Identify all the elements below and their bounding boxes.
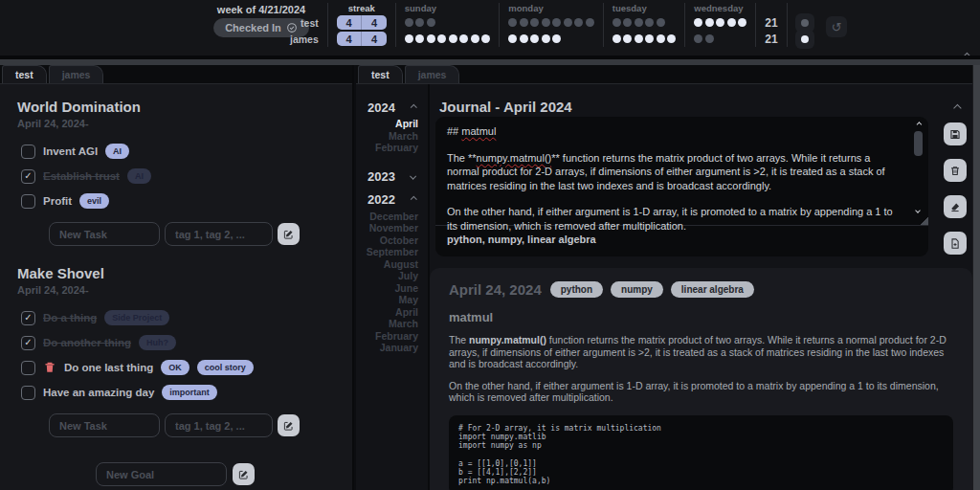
habit-dot[interactable] bbox=[635, 18, 643, 27]
month-item-march[interactable]: March bbox=[356, 130, 418, 143]
new-entry-button[interactable] bbox=[944, 232, 967, 255]
month-item-october[interactable]: October bbox=[356, 234, 418, 247]
entry-tag-chip[interactable]: linear algebra bbox=[671, 281, 754, 298]
month-item-november[interactable]: November bbox=[356, 222, 418, 234]
habit-dot[interactable] bbox=[530, 34, 539, 43]
month-item-december[interactable]: December bbox=[356, 211, 418, 223]
journal-tab-james[interactable]: james bbox=[405, 65, 460, 83]
habit-dot[interactable] bbox=[437, 34, 446, 43]
habit-dot[interactable] bbox=[405, 34, 413, 43]
task-tag-chip[interactable]: important bbox=[162, 385, 217, 400]
habit-dot[interactable] bbox=[542, 18, 550, 27]
new-task-input[interactable] bbox=[49, 413, 160, 437]
habit-dot[interactable] bbox=[623, 34, 632, 43]
save-button[interactable] bbox=[944, 122, 967, 145]
month-item-august[interactable]: August bbox=[356, 258, 418, 271]
journal-collapse-button[interactable] bbox=[953, 98, 959, 115]
year-row-2024[interactable]: 2024 bbox=[356, 100, 428, 115]
month-item-june[interactable]: June bbox=[356, 282, 418, 295]
month-item-march[interactable]: March bbox=[356, 318, 418, 330]
scroll-up-icon[interactable] bbox=[917, 122, 923, 127]
habit-dot[interactable] bbox=[481, 34, 490, 43]
scroll-thumb[interactable] bbox=[914, 131, 923, 156]
new-task-input[interactable] bbox=[49, 222, 160, 246]
habit-dot[interactable] bbox=[552, 18, 561, 27]
month-item-february[interactable]: February bbox=[356, 142, 418, 154]
page-scrollbar[interactable] bbox=[972, 65, 980, 490]
habit-dot[interactable] bbox=[405, 18, 413, 27]
month-item-april[interactable]: April bbox=[356, 306, 418, 319]
task-checkbox[interactable] bbox=[21, 386, 35, 400]
habit-dot[interactable] bbox=[508, 34, 517, 43]
add-task-button[interactable] bbox=[278, 414, 300, 436]
new-task-tags-input[interactable] bbox=[165, 413, 273, 437]
task-checkbox[interactable] bbox=[21, 194, 35, 209]
task-checkbox[interactable]: ✓ bbox=[21, 169, 35, 184]
new-task-tags-input[interactable] bbox=[165, 222, 273, 246]
toggle-james-button[interactable] bbox=[795, 30, 814, 49]
month-item-february[interactable]: February bbox=[356, 330, 418, 343]
habit-dot[interactable] bbox=[415, 18, 424, 27]
habit-dot[interactable] bbox=[415, 34, 424, 43]
habit-dot[interactable] bbox=[471, 34, 479, 43]
habit-dot[interactable] bbox=[623, 18, 632, 27]
task-tag-chip[interactable]: Huh? bbox=[139, 335, 176, 350]
year-row-2022[interactable]: 2022 bbox=[356, 192, 428, 208]
habit-dot[interactable] bbox=[667, 34, 676, 43]
scroll-down-icon[interactable] bbox=[915, 208, 921, 213]
task-checkbox[interactable] bbox=[21, 361, 35, 375]
habit-dot[interactable] bbox=[520, 18, 528, 27]
task-checkbox[interactable] bbox=[21, 145, 35, 159]
task-tag-chip[interactable]: evil bbox=[79, 193, 109, 209]
task-tag-chip[interactable]: AI bbox=[127, 168, 151, 184]
editor-textarea[interactable]: ## matmul The **numpy.matmul()** functio… bbox=[435, 117, 928, 225]
habit-dot[interactable] bbox=[716, 18, 724, 27]
task-tag-chip[interactable]: Side Project bbox=[104, 310, 169, 325]
habit-dot[interactable] bbox=[520, 34, 528, 43]
task-tag-chip[interactable]: OK bbox=[161, 360, 189, 375]
year-row-2023[interactable]: 2023 bbox=[356, 169, 428, 185]
add-goal-button[interactable] bbox=[233, 463, 255, 485]
habit-dot[interactable] bbox=[530, 18, 539, 27]
task-checkbox[interactable]: ✓ bbox=[21, 311, 35, 325]
editor-scrollbar[interactable] bbox=[912, 120, 925, 222]
task-tag-chip[interactable]: AI bbox=[105, 144, 129, 159]
month-item-april[interactable]: April bbox=[356, 118, 418, 130]
habit-dot[interactable] bbox=[586, 18, 594, 27]
month-item-january[interactable]: January bbox=[356, 342, 418, 354]
clear-button[interactable] bbox=[944, 195, 967, 218]
entry-tag-chip[interactable]: python bbox=[550, 281, 603, 298]
task-checkbox[interactable]: ✓ bbox=[21, 336, 35, 350]
habit-dot[interactable] bbox=[427, 34, 435, 43]
habit-dot[interactable] bbox=[657, 18, 665, 27]
month-item-september[interactable]: September bbox=[356, 246, 418, 258]
habit-dot[interactable] bbox=[574, 18, 583, 27]
delete-task-button[interactable] bbox=[43, 361, 56, 374]
habit-dot[interactable] bbox=[645, 34, 654, 43]
habit-dot[interactable] bbox=[694, 34, 702, 43]
habit-dot[interactable] bbox=[564, 18, 572, 27]
resize-grip[interactable] bbox=[920, 216, 928, 225]
new-goal-input[interactable] bbox=[96, 462, 227, 486]
undo-button[interactable]: ↺ bbox=[826, 16, 847, 37]
delete-entry-button[interactable] bbox=[944, 159, 967, 182]
goals-tab-james[interactable]: james bbox=[49, 65, 104, 83]
journal-tab-test[interactable]: test bbox=[358, 65, 403, 83]
habit-dot[interactable] bbox=[694, 18, 702, 27]
habit-dot[interactable] bbox=[508, 18, 517, 27]
habit-dot[interactable] bbox=[612, 18, 621, 27]
habit-dot[interactable] bbox=[459, 34, 468, 43]
habit-dot[interactable] bbox=[657, 34, 665, 43]
task-tag-chip[interactable]: cool story bbox=[197, 360, 254, 375]
habit-dot[interactable] bbox=[738, 18, 746, 27]
goals-tab-test[interactable]: test bbox=[2, 65, 47, 83]
add-task-button[interactable] bbox=[278, 223, 300, 245]
habit-dot[interactable] bbox=[542, 34, 550, 43]
habit-dot[interactable] bbox=[635, 34, 643, 43]
month-item-july[interactable]: July bbox=[356, 270, 418, 282]
habit-dot[interactable] bbox=[645, 18, 654, 27]
habit-dot[interactable] bbox=[727, 18, 736, 27]
habit-dot[interactable] bbox=[612, 34, 621, 43]
habit-dot[interactable] bbox=[427, 18, 435, 27]
entry-tag-chip[interactable]: numpy bbox=[611, 281, 663, 298]
